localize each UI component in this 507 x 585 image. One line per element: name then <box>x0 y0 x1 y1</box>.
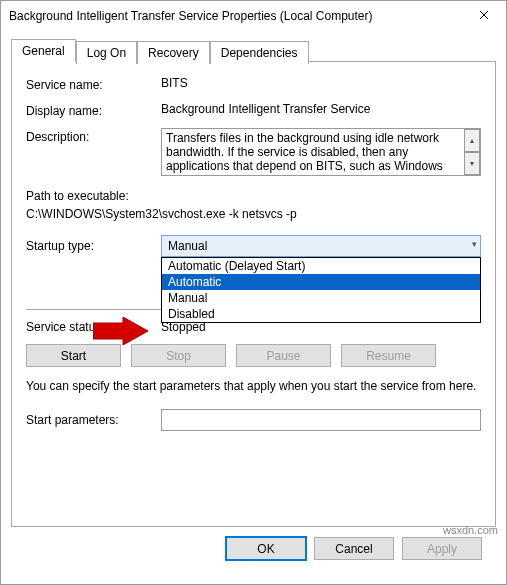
display-name-value: Background Intelligent Transfer Service <box>161 102 481 116</box>
client-area: General Log On Recovery Dependencies Ser… <box>1 31 506 584</box>
start-params-hint: You can specify the start parameters tha… <box>26 379 481 395</box>
tab-panel-general: Service name: BITS Display name: Backgro… <box>11 61 496 527</box>
scroll-down-icon[interactable]: ▾ <box>464 152 480 175</box>
dialog-footer: OK Cancel Apply <box>11 527 496 574</box>
pause-button[interactable]: Pause <box>236 344 331 367</box>
ok-button[interactable]: OK <box>226 537 306 560</box>
path-label: Path to executable: <box>26 189 481 203</box>
svg-marker-0 <box>93 317 148 345</box>
cancel-button[interactable]: Cancel <box>314 537 394 560</box>
tab-strip: General Log On Recovery Dependencies <box>11 39 496 62</box>
startup-type-label: Startup type: <box>26 239 161 253</box>
watermark-text: wsxdn.com <box>443 524 498 536</box>
window-title: Background Intelligent Transfer Service … <box>9 9 461 23</box>
titlebar[interactable]: Background Intelligent Transfer Service … <box>1 1 506 31</box>
startup-option-disabled[interactable]: Disabled <box>162 306 480 322</box>
description-text[interactable] <box>161 128 481 176</box>
start-params-label: Start parameters: <box>26 413 161 427</box>
startup-option-manual[interactable]: Manual <box>162 290 480 306</box>
tab-recovery[interactable]: Recovery <box>137 41 210 64</box>
annotation-arrow <box>93 317 148 348</box>
resume-button[interactable]: Resume <box>341 344 436 367</box>
chevron-down-icon: ▾ <box>472 239 477 249</box>
path-value: C:\WINDOWS\System32\svchost.exe -k netsv… <box>26 207 481 221</box>
close-icon <box>479 9 489 23</box>
scroll-up-icon[interactable]: ▴ <box>464 129 480 152</box>
description-label: Description: <box>26 128 161 144</box>
apply-button[interactable]: Apply <box>402 537 482 560</box>
start-params-input[interactable] <box>161 409 481 431</box>
startup-type-dropdown: Automatic (Delayed Start) Automatic Manu… <box>161 257 481 323</box>
startup-type-selected: Manual <box>168 239 207 253</box>
description-scroll[interactable]: ▴ ▾ <box>464 129 480 175</box>
startup-type-combobox[interactable]: Manual ▾ <box>161 235 481 257</box>
dialog-window: Background Intelligent Transfer Service … <box>0 0 507 585</box>
display-name-label: Display name: <box>26 102 161 118</box>
tab-general[interactable]: General <box>11 39 76 63</box>
close-button[interactable] <box>461 1 506 31</box>
service-name-label: Service name: <box>26 76 161 92</box>
tab-dependencies[interactable]: Dependencies <box>210 41 309 64</box>
tab-logon[interactable]: Log On <box>76 41 137 64</box>
startup-option-delayed[interactable]: Automatic (Delayed Start) <box>162 258 480 274</box>
service-name-value: BITS <box>161 76 481 90</box>
startup-option-automatic[interactable]: Automatic <box>162 274 480 290</box>
